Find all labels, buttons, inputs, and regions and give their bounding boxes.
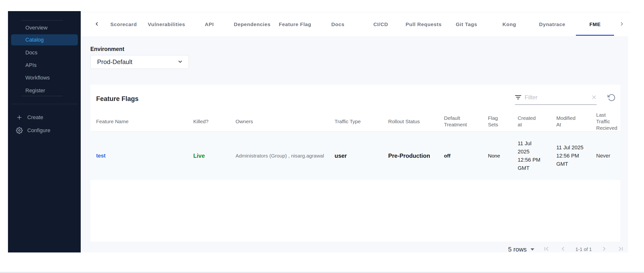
column-header-killed: Killed? <box>193 118 236 125</box>
table-pagination: 5 rows 1-1 of 1 <box>508 243 625 256</box>
chevron-down-icon <box>177 58 183 66</box>
sidebar-item-register[interactable]: Register <box>11 85 78 96</box>
sidebar-divider <box>11 104 78 104</box>
previous-page-button[interactable] <box>559 245 567 254</box>
column-header-default-treatment: Default Treatment <box>444 115 488 128</box>
tab-vulnerabilities[interactable]: Vulnerabilities <box>145 12 188 36</box>
page-range-label: 1-1 of 1 <box>576 247 592 252</box>
column-header-flag-sets: Flag Sets <box>488 115 518 128</box>
filter-field: ✕ <box>515 92 597 105</box>
column-header-rollout-status: Rollout Status <box>388 118 444 125</box>
tab-fme[interactable]: FME <box>574 12 616 36</box>
column-header-feature-name: Feature Name <box>96 118 193 125</box>
next-page-button[interactable] <box>600 245 608 254</box>
entity-tab-bar: Scorecard Vulnerabilities API Dependenci… <box>82 12 630 36</box>
tab-dynatrace[interactable]: Dynatrace <box>531 12 574 36</box>
main-content: Environment Prod-Default Feature Flags ✕… <box>82 36 628 252</box>
sidebar-divider <box>21 20 63 20</box>
column-header-created-at: Created at <box>518 115 556 128</box>
first-page-button[interactable] <box>542 245 551 254</box>
sidebar-item-workflows[interactable]: Workflows <box>11 72 78 83</box>
sidebar-item-catalog[interactable]: Catalog <box>11 34 78 46</box>
chevron-right-icon <box>600 245 608 254</box>
sidebar-configure-button[interactable]: Configure <box>11 125 78 136</box>
sidebar-create-button[interactable]: Create <box>11 112 78 123</box>
sidebar-item-docs[interactable]: Docs <box>11 47 78 58</box>
cell-last-traffic-recieved: Never <box>596 153 620 159</box>
column-header-last-traffic-recieved: Last Traffic Recieved <box>596 112 621 131</box>
chevron-left-icon <box>94 21 100 28</box>
table-row[interactable]: test Live Administrators (Group) , nisar… <box>90 132 620 180</box>
tab-docs[interactable]: Docs <box>316 12 359 36</box>
rows-per-page-value: 5 rows <box>508 246 527 253</box>
last-page-button[interactable] <box>616 245 625 254</box>
bottom-edge-bar <box>0 272 644 273</box>
cell-owners: Administrators (Group) , nisarg.agrawal <box>236 153 334 159</box>
cell-modified-at: 11 Jul 2025 12:56 PM GMT <box>556 144 596 168</box>
tab-dependencies[interactable]: Dependencies <box>231 12 274 36</box>
tabs-scroll-forward-button[interactable] <box>616 12 627 36</box>
environment-select[interactable]: Prod-Default <box>90 55 189 69</box>
cell-rollout-status: Pre-Production <box>388 152 444 159</box>
configure-label: Configure <box>27 127 50 134</box>
rows-per-page-select[interactable]: 5 rows <box>508 246 534 253</box>
refresh-button[interactable] <box>606 93 617 104</box>
chevron-left-icon <box>560 245 567 254</box>
tab-git-tags[interactable]: Git Tags <box>445 12 488 36</box>
cell-flag-sets: None <box>488 153 518 159</box>
sidebar-divider <box>21 96 63 96</box>
cell-created-at: 11 Jul 2025 12:56 PM GMT <box>518 140 556 172</box>
feature-flags-title: Feature Flags <box>96 95 139 103</box>
tab-pull-requests[interactable]: Pull Requests <box>402 12 445 36</box>
tabs-scroll-back-button[interactable] <box>92 12 102 36</box>
cell-killed-status: Live <box>193 152 236 159</box>
tab-cicd[interactable]: CI/CD <box>360 12 402 36</box>
feature-flags-card: Feature Flags ✕ Feature Name Killed? Own… <box>90 84 620 242</box>
table-header-row: Feature Name Killed? Owners Traffic Type… <box>90 111 620 132</box>
cell-traffic-type: user <box>334 152 388 159</box>
tab-feature-flag[interactable]: Feature Flag <box>274 12 316 36</box>
cell-feature-name-link[interactable]: test <box>96 153 193 159</box>
filter-input[interactable] <box>525 94 588 101</box>
gear-icon <box>16 127 23 134</box>
last-page-icon <box>617 245 624 254</box>
clear-filter-icon[interactable]: ✕ <box>591 94 597 100</box>
sidebar-item-apis[interactable]: APIs <box>11 60 78 71</box>
refresh-icon <box>608 94 616 103</box>
column-header-modified-at: Modified At <box>556 115 596 128</box>
create-label: Create <box>27 114 43 120</box>
filter-icon <box>515 95 521 100</box>
caret-down-icon <box>530 248 534 250</box>
column-header-owners: Owners <box>236 118 334 125</box>
environment-label: Environment <box>90 46 124 52</box>
sidebar-item-overview[interactable]: Overview <box>11 22 78 33</box>
sidebar: Overview Catalog Docs APIs Workflows Reg… <box>8 11 81 252</box>
tab-scorecard[interactable]: Scorecard <box>102 12 145 36</box>
environment-selected-value: Prod-Default <box>97 58 177 66</box>
tab-kong[interactable]: Kong <box>488 12 531 36</box>
plus-icon <box>16 114 23 121</box>
column-header-traffic-type: Traffic Type <box>334 118 388 125</box>
cell-default-treatment: off <box>444 153 488 159</box>
tab-api[interactable]: API <box>188 12 231 36</box>
chevron-right-icon <box>619 21 625 28</box>
first-page-icon <box>543 245 550 254</box>
